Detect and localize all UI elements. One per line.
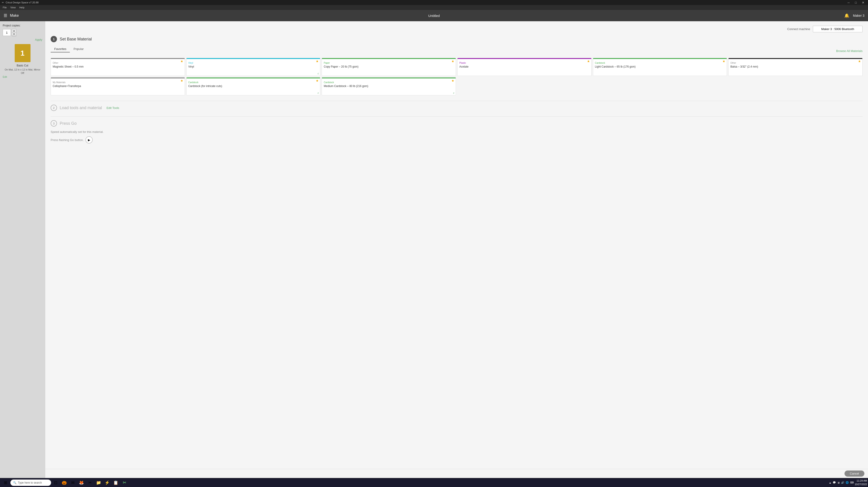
taskbar: ⊞ 🔍 Type here to search ⊡ 🎃 ✉ 🦊 ✂ 📁 ⚡ 📋 … [0, 478, 868, 487]
card-type: Other [730, 62, 861, 64]
title-bar-left: ✂ Cricut Design Space v7.20.88 [2, 1, 39, 4]
machine-connect-button[interactable]: Maker 3 : 5006 Bluetooth [813, 26, 863, 32]
copies-up-button[interactable]: ▲ [12, 29, 16, 33]
tray-arrow-icon[interactable]: ▲ [829, 481, 831, 484]
menu-file[interactable]: File [1, 6, 8, 9]
copies-down-button[interactable]: ▼ [12, 33, 16, 36]
step3-header: 3 Press Go [51, 120, 863, 127]
taskbar-clock[interactable]: 11:29 AM 10/27/2022 [855, 479, 867, 486]
card-band [458, 58, 591, 59]
star-icon[interactable]: ★ [316, 59, 319, 63]
app-header-left: ☰ Make [4, 13, 19, 18]
material-card-light-cardstock[interactable]: Cardstock Light Cardstock – 65 lb (176 g… [593, 58, 727, 76]
apply-button[interactable]: Apply [3, 38, 42, 41]
card-c-label: c [318, 92, 319, 94]
card-band [51, 77, 185, 78]
card-name: Vinyl [188, 65, 318, 69]
cancel-button[interactable]: Cancel [844, 470, 864, 477]
close-button[interactable]: ✕ [860, 0, 866, 5]
taskbar-files-app[interactable]: 📁 [94, 479, 103, 487]
card-name: Cellophane+Transferpa [53, 85, 183, 88]
star-icon[interactable]: ★ [180, 79, 183, 83]
browse-all-materials-link[interactable]: Browse All Materials [836, 49, 863, 53]
step2-circle: 2 [51, 105, 57, 111]
app-header-right: 🔔 Maker 3 [844, 13, 864, 18]
copies-value: 1 [3, 29, 11, 36]
star-icon[interactable]: ★ [587, 59, 590, 63]
copies-spinners: ▲ ▼ [12, 29, 16, 36]
app-title: Make [10, 13, 19, 18]
search-placeholder: Type here to search [18, 481, 42, 484]
tab-popular[interactable]: Popular [70, 46, 87, 53]
firefox-icon: 🦊 [79, 480, 84, 485]
taskbar-cricut-app[interactable]: ✂ [120, 479, 128, 487]
connect-label: Connect machine [787, 27, 810, 31]
taskbar-halloween-app[interactable]: 🎃 [60, 479, 68, 487]
start-button[interactable]: ⊞ [1, 479, 10, 487]
step3-section: 3 Press Go Speed automatically set for t… [51, 120, 863, 143]
taskbar-cut-app[interactable]: ✂ [86, 479, 94, 487]
tray-chat-icon[interactable]: 💬 [833, 481, 836, 484]
start-icon: ⊞ [4, 480, 7, 485]
card-type: Cardstock [324, 81, 454, 84]
material-card-acetate[interactable]: Plastic Acetate ★ [457, 58, 592, 76]
hamburger-menu-icon[interactable]: ☰ [4, 13, 7, 18]
mat-edit-link[interactable]: Edit [3, 75, 42, 78]
tab-favorites[interactable]: Favorites [51, 46, 70, 53]
mat-preview: 1 [15, 44, 31, 62]
star-icon[interactable]: ★ [452, 59, 454, 63]
material-card-vinyl[interactable]: Vinyl Vinyl ★ c [186, 58, 320, 76]
tray-sound-icon[interactable]: 🔊 [841, 481, 844, 484]
copies-control: 1 ▲ ▼ [3, 29, 42, 36]
star-icon[interactable]: ★ [858, 59, 861, 63]
taskbar-app6[interactable]: ⚡ [103, 479, 111, 487]
star-icon[interactable]: ★ [452, 79, 454, 83]
card-type: Plastic [459, 62, 590, 64]
edit-tools-link[interactable]: Edit Tools [106, 106, 119, 109]
menu-view[interactable]: View [8, 6, 18, 9]
title-bar-controls: ─ □ ✕ [845, 0, 866, 5]
material-card-medium-cardstock[interactable]: Cardstock Medium Cardstock – 80 lb (216 … [322, 77, 456, 95]
material-card-cardstock-intricate[interactable]: Cardstock Cardstock (for intricate cuts)… [186, 77, 320, 95]
step1-circle: 1 [51, 36, 57, 42]
mat-info: On Mat, 12 in x 12 in Mat, Mirror Off [3, 68, 42, 75]
go-button[interactable]: ▶ [86, 136, 93, 143]
card-band [322, 77, 456, 78]
tray-keyboard-icon[interactable]: ⌨ [850, 481, 854, 484]
taskbar-firefox-app[interactable]: 🦊 [77, 479, 86, 487]
tray-monitor-icon[interactable]: 🖥 [837, 481, 840, 484]
maximize-button[interactable]: □ [852, 0, 859, 5]
card-type: Cardstock [188, 81, 318, 84]
tray-network-icon[interactable]: 🌐 [846, 481, 849, 484]
taskbar-mail-app[interactable]: ✉ [69, 479, 77, 487]
step2-header: 2 Load tools and material Edit Tools [51, 105, 863, 111]
step2-title: Load tools and material [60, 105, 102, 110]
star-icon[interactable]: ★ [180, 59, 183, 63]
app-icon: ✂ [2, 1, 4, 4]
mat-number: 1 [21, 49, 25, 57]
card-name: Medium Cardstock – 80 lb (216 gsm) [324, 85, 454, 88]
card-name: Cardstock (for intricate cuts) [188, 85, 318, 88]
notification-bell-icon[interactable]: 🔔 [844, 13, 849, 18]
star-icon[interactable]: ★ [316, 79, 319, 83]
task-view-button[interactable]: ⊡ [52, 479, 60, 487]
material-card-magnetic[interactable]: Other Magnetic Sheet – 0.5 mm ★ [51, 58, 185, 76]
window-title: Cricut Design Space v7.20.88 [6, 1, 39, 4]
material-card-balsa[interactable]: Other Balsa – 3/32" (2.4 mm) ★ [728, 58, 863, 76]
menu-help[interactable]: Help [18, 6, 26, 9]
taskbar-app7[interactable]: 📋 [112, 479, 120, 487]
card-band [593, 58, 727, 59]
taskbar-search[interactable]: 🔍 Type here to search [10, 480, 51, 486]
material-card-copy-paper[interactable]: Paper Copy Paper – 20 lb (75 gsm) ★ [322, 58, 456, 76]
mail-icon: ✉ [71, 480, 74, 485]
card-name: Magnetic Sheet – 0.5 mm [53, 65, 183, 69]
machine-name-label: Maker 3 [853, 14, 864, 18]
minimize-button[interactable]: ─ [845, 0, 852, 5]
clock-date: 10/27/2022 [855, 483, 867, 486]
speed-note: Speed automatically set for this materia… [51, 130, 863, 134]
task-view-icon: ⊡ [54, 480, 57, 485]
material-card-cellophane[interactable]: My Materials Cellophane+Transferpa ★ [51, 77, 185, 95]
card-name: Light Cardstock – 65 lb (176 gsm) [595, 65, 725, 69]
star-icon[interactable]: ★ [722, 59, 725, 63]
tabs-and-browse: Favorites Popular Browse All Materials [51, 46, 863, 56]
